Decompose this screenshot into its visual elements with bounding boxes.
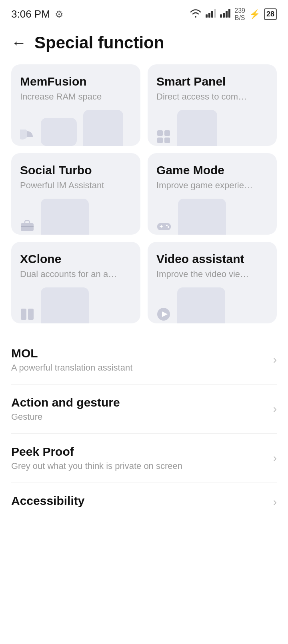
svg-rect-0 [206,14,208,18]
peek-proof-title: Peek Proof [11,445,182,459]
card-video-assistant-icons [156,287,268,323]
chevron-icon-4: › [273,496,277,508]
svg-rect-16 [161,225,162,228]
feature-cards-grid: MemFusion Increase RAM space Smart Panel… [0,64,288,335]
svg-rect-8 [157,130,163,136]
svg-rect-13 [21,226,34,227]
svg-rect-10 [157,138,163,143]
card-game-mode-title: Game Mode [156,163,268,177]
back-button[interactable]: ← [11,35,26,50]
svg-rect-9 [164,130,170,136]
action-gesture-title: Action and gesture [11,396,120,409]
card-xclone-icons [20,287,132,323]
card-memfusion-title: MemFusion [20,75,132,88]
card-memfusion-icons [20,110,132,146]
svg-rect-19 [21,309,26,320]
pie-chart-icon [20,130,34,146]
card-smart-panel-subtitle: Direct access to com… [156,92,268,102]
play-icon [156,307,171,323]
mol-title: MOL [11,347,132,360]
accessibility-title: Accessibility [11,494,84,508]
wifi-icon [190,9,202,20]
card-xclone-subtitle: Dual accounts for an a… [20,269,132,279]
card-smart-panel[interactable]: Smart Panel Direct access to com… [148,64,277,146]
svg-rect-3 [214,9,216,18]
card-memfusion[interactable]: MemFusion Increase RAM space [11,64,140,146]
mol-subtitle: A powerful translation assistant [11,363,132,373]
card-xclone[interactable]: XClone Dual accounts for an a… [11,242,140,323]
svg-point-17 [166,225,168,226]
data-speed: 239B/S [234,7,245,21]
chevron-icon-3: › [273,452,277,465]
status-left: 3:06 PM ⚙ [11,8,64,20]
svg-rect-7 [228,9,230,18]
svg-rect-5 [223,13,225,18]
card-memfusion-bg-rect [41,118,77,146]
gamepad-icon [156,221,172,235]
list-item-accessibility[interactable]: Accessibility › [11,483,277,521]
svg-rect-6 [226,11,228,18]
card-social-turbo-bg-rect [41,199,89,235]
signal-icon-2 [220,9,230,20]
card-game-mode[interactable]: Game Mode Improve game experie… [148,153,277,235]
svg-point-18 [168,226,169,228]
card-game-mode-bg-rect [178,199,226,235]
list-section: MOL A powerful translation assistant › A… [0,335,288,521]
card-game-mode-icons [156,199,268,235]
chevron-icon-2: › [273,403,277,415]
card-xclone-bg-rect [41,287,89,323]
card-game-mode-subtitle: Improve game experie… [156,180,268,191]
card-memfusion-bg-rect-lg [83,110,123,146]
card-video-assistant[interactable]: Video assistant Improve the video vie… [148,242,277,323]
card-video-assistant-subtitle: Improve the video vie… [156,269,268,279]
page-header: ← Special function [0,25,288,64]
time-display: 3:06 PM [11,8,50,20]
briefcase-icon [20,218,34,235]
status-bar: 3:06 PM ⚙ [0,0,288,25]
card-video-assistant-bg-rect [177,287,225,323]
card-memfusion-subtitle: Increase RAM space [20,92,132,102]
svg-rect-2 [211,11,213,18]
card-social-turbo-icons [20,199,132,235]
signal-icon [206,9,216,20]
list-item-peek-proof[interactable]: Peek Proof Grey out what you think is pr… [11,433,277,483]
status-right: 239B/S ⚡ 28 [190,7,277,21]
list-item-mol[interactable]: MOL A powerful translation assistant › [11,335,277,384]
svg-rect-11 [164,138,170,143]
grid-icon [156,130,171,146]
card-social-turbo-subtitle: Powerful IM Assistant [20,180,132,191]
list-item-action-gesture[interactable]: Action and gesture Gesture › [11,384,277,433]
svg-rect-4 [220,14,222,18]
action-gesture-subtitle: Gesture [11,412,120,422]
battery-indicator: 28 [264,8,277,20]
columns-icon [20,307,34,323]
card-video-assistant-title: Video assistant [156,252,268,266]
card-smart-panel-icons [156,110,268,146]
page-title: Special function [34,33,164,52]
card-smart-panel-bg-rect [177,110,217,146]
card-xclone-title: XClone [20,252,132,266]
card-smart-panel-title: Smart Panel [156,75,268,88]
peek-proof-subtitle: Grey out what you think is private on sc… [11,461,182,471]
svg-rect-1 [208,13,210,18]
chevron-icon: › [273,353,277,366]
card-social-turbo[interactable]: Social Turbo Powerful IM Assistant [11,153,140,235]
settings-icon: ⚙ [55,9,64,20]
card-social-turbo-title: Social Turbo [20,163,132,177]
charging-icon: ⚡ [249,9,260,20]
svg-rect-20 [28,309,34,320]
